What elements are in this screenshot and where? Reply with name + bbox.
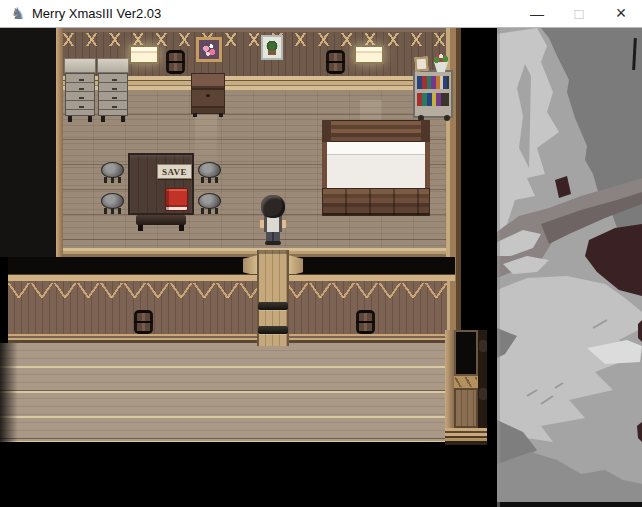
player-character[interactable] [257,195,289,245]
cabinet-top [97,58,129,73]
void-left [0,28,62,257]
red-save-book[interactable] [165,188,188,211]
rock-cliff [497,28,642,507]
bed-mattress [322,142,430,190]
character-feet [265,241,281,245]
bed [322,120,430,216]
desk-lid [191,73,225,89]
stool [198,193,221,214]
wall-barrel [134,310,153,334]
stool [101,193,124,214]
stair-step [258,326,288,334]
wall-barrel [356,310,375,334]
book-row [417,76,449,89]
wall-barrel [326,50,345,74]
writing-desk [191,73,225,117]
window-title: Merry XmasIII Ver2.03 [32,6,161,21]
left-wall-beam [56,28,63,257]
app-window: ♞ Merry XmasIII Ver2.03 — □ × [0,0,642,507]
metal-cabinet [64,58,96,122]
lit-wall-lamp [129,45,159,64]
close-button[interactable]: × [600,0,642,27]
stool [101,162,124,183]
cabinet-drawers [65,73,95,116]
character-hair [261,195,285,218]
book-row [417,93,449,106]
character-body [264,216,282,232]
game-viewport[interactable]: SAVE [0,28,642,507]
window-controls: — □ × [516,0,642,27]
bed-headboard [322,120,430,142]
ledge-trim-band [8,274,455,281]
metal-cabinet [97,58,129,122]
plant-picture [261,35,283,60]
lower-doorway-structure [445,330,487,445]
doorway-opening[interactable] [454,330,478,376]
character-arm [282,220,286,228]
doorway-foot-trim [445,428,487,445]
wall-barrel [166,50,185,74]
minimize-button[interactable]: — [516,0,558,27]
lower-wall [8,281,447,343]
cabinet-top [64,58,96,73]
desk-front [191,89,225,107]
app-icon: ♞ [7,0,29,28]
ledge-shadow-band [8,257,455,274]
small-picture-frame [415,57,429,72]
flower-picture [196,37,222,62]
lower-floor [0,343,455,442]
book-shelf-cart [413,70,453,118]
bed-footboard [322,188,430,216]
character-arm [260,220,264,228]
flower-pot [430,52,452,72]
title-bar[interactable]: ♞ Merry XmasIII Ver2.03 — □ × [0,0,642,28]
doorway-lintel [454,376,478,388]
cabinet-drawers [98,73,128,116]
desk-drawer [191,107,225,114]
save-sign[interactable]: SAVE [157,164,192,179]
lit-wall-lamp [354,45,384,64]
table-bench [136,215,186,225]
doorway-door[interactable] [454,388,478,428]
maximize-button[interactable]: □ [558,0,600,27]
stair-step [258,302,288,310]
stool [198,162,221,183]
staircase[interactable] [257,250,289,346]
